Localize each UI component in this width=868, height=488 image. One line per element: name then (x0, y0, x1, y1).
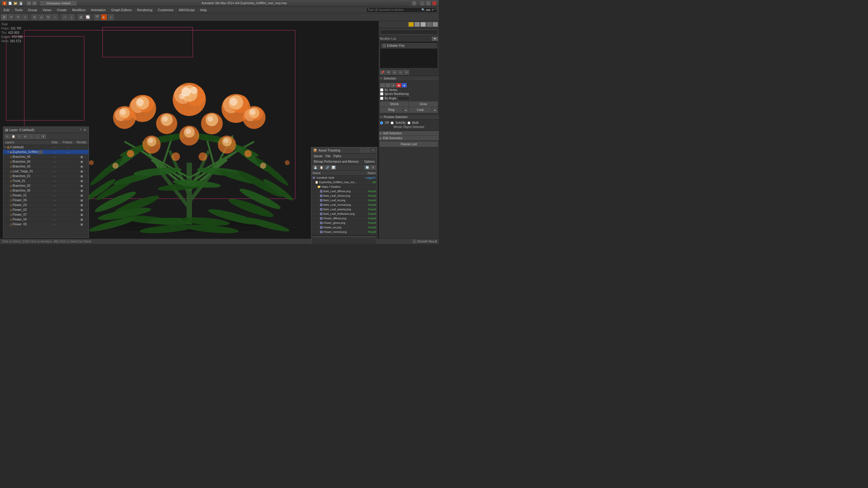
soft-selection-rollout[interactable]: ▶ Soft Selection (379, 131, 439, 135)
asset-settings-btn[interactable]: ⬆ (370, 165, 376, 170)
object-name-input[interactable]: Leaf_2 (380, 30, 438, 35)
color-swatch-4[interactable] (427, 22, 432, 27)
asset-maximize-btn[interactable]: □ (366, 148, 370, 153)
border-sel-icon[interactable]: ○ (391, 83, 396, 87)
configure-btn[interactable]: ⚙ (386, 70, 391, 75)
angle-snap-btn[interactable]: ∠ (38, 14, 44, 20)
make-unique-btn[interactable]: ◇ (398, 70, 403, 75)
percent-snap-btn[interactable]: % (45, 14, 51, 20)
layer-row[interactable]: ◻ Flower_03 --- ◼ (3, 203, 89, 207)
color-swatch-5[interactable] (433, 22, 438, 27)
asset-row[interactable]: 🖼Flower_glossi.png Found (311, 221, 377, 225)
menu-views[interactable]: Views (40, 7, 54, 12)
loop-arrow-btn[interactable]: ▲ (432, 107, 438, 113)
align-btn[interactable]: ⊥ (68, 14, 74, 20)
layer-mgr-btn[interactable]: ▤ (78, 14, 84, 20)
pin-stack-btn[interactable]: 📌 (380, 70, 385, 75)
scale-btn[interactable]: ⤢ (22, 14, 28, 20)
asset-bitmap-perf-menu[interactable]: Bitmap Performance and Memory (313, 160, 360, 164)
by-vertex-checkbox[interactable] (380, 88, 383, 92)
asset-file-menu[interactable]: File (324, 154, 332, 158)
layer-row[interactable]: ◻ Leaf_Twigs_01 --- ◼ (3, 169, 89, 174)
asset-highlight-btn[interactable]: 💾 (313, 165, 318, 170)
layer-row[interactable]: ▼ ◈ Euphorbia_Griffithii □ --- --- (3, 150, 89, 155)
color-swatch-2[interactable] (414, 22, 420, 27)
asset-row[interactable]: 🖼Bark_Leaf_normal.png Found (311, 203, 377, 207)
menu-create[interactable]: Create (54, 7, 69, 12)
asset-row[interactable]: 🖼Flower_opacity.png Found (311, 234, 377, 235)
selection-rollout-label[interactable]: Selection (384, 77, 396, 80)
edge-sel-icon[interactable]: / (385, 83, 390, 87)
asset-row[interactable]: 🖼Bark_Leaf_ior.png Found (311, 198, 377, 203)
menu-group[interactable]: Group (26, 7, 40, 12)
asset-refresh-btn[interactable]: 🔄 (364, 165, 370, 170)
render-frame-btn[interactable]: □ (108, 14, 114, 20)
maximize-btn[interactable]: □ (426, 1, 430, 5)
asset-row[interactable]: 🖼Flower_diffuse.png Found (311, 216, 377, 221)
asset-merge-btn[interactable]: 🔗 (324, 165, 330, 170)
asset-reload-btn[interactable]: 📋 (318, 165, 324, 170)
layer-move-up-btn[interactable]: ↑ (29, 134, 34, 139)
color-swatch-1[interactable] (408, 22, 414, 27)
layer-delete-btn[interactable]: 📋 (10, 134, 16, 139)
layer-row[interactable]: ◻ Branches_05 --- ◼ (3, 188, 89, 193)
undo-btn[interactable]: ↩ (27, 1, 31, 5)
asset-close-btn[interactable]: ✕ (371, 148, 375, 153)
asset-row[interactable]: 📋Euphorbia_Griffithii_max_vray.max Ok (311, 180, 377, 185)
layer-add-sel-btn[interactable]: + (17, 134, 22, 139)
menu-animation[interactable]: Animation (89, 7, 108, 12)
search-input[interactable] (367, 8, 421, 11)
search-prev-icon[interactable]: ◀ (426, 8, 428, 11)
minimize-btn[interactable]: - (420, 1, 424, 5)
menu-help[interactable]: Help (198, 7, 210, 12)
layer-sel-by-layer-btn[interactable]: ⊕ (23, 134, 28, 139)
snap-toggle[interactable]: ⧉ (31, 14, 37, 20)
modifier-checkbox[interactable] (383, 44, 386, 47)
asset-row[interactable]: 🖼Flower_ior.png Found (311, 225, 377, 230)
remove-modifier-btn[interactable]: ✕ (404, 70, 409, 75)
move-btn[interactable]: ✛ (8, 14, 14, 20)
layer-row[interactable]: ▼ ▤ 0 (default) --- --- (3, 145, 89, 150)
preview-multi-radio[interactable] (407, 121, 410, 124)
asset-row[interactable]: 📁Maps / Shaders (311, 185, 377, 189)
smooth-result-btn[interactable]: S (412, 239, 416, 244)
layer-row[interactable]: ◻ Flower_01 --- ◼ (3, 193, 89, 198)
search-icon[interactable]: 🔍 (421, 8, 425, 11)
color-swatch-3[interactable] (421, 22, 426, 27)
layer-row[interactable]: ◻ Branches_02 --- ◼ (3, 184, 89, 188)
menu-tools[interactable]: Tools (12, 7, 25, 12)
close-btn[interactable]: × (432, 1, 436, 5)
edit-geometry-rollout[interactable]: ▶ Edit Geometry (379, 136, 439, 140)
asset-options-menu[interactable]: Options (363, 160, 376, 164)
asset-row[interactable]: 🖼Flower_normal.png Found (311, 230, 377, 234)
layer-help-btn[interactable]: ? (80, 128, 82, 132)
preview-rollout-label[interactable]: Preview Selection (384, 116, 407, 119)
ring-btn[interactable]: Ring (380, 107, 403, 113)
layer-new-btn[interactable]: ✕ (4, 134, 10, 139)
asset-minimize-btn[interactable]: — (360, 148, 364, 153)
curve-editor-btn[interactable]: 📈 (85, 14, 91, 20)
asset-row[interactable]: 🖼Bark_Leaf_Reflection.png Found (311, 212, 377, 216)
menu-customize[interactable]: Customize (156, 7, 176, 12)
asset-row[interactable]: 🖼Bark_Leaf_opacity.png Found (311, 207, 377, 212)
layer-close-btn[interactable]: ✕ (83, 128, 87, 132)
grow-btn[interactable]: Grow (409, 101, 438, 107)
search-help-icon[interactable]: ? (435, 8, 437, 11)
search-next-icon[interactable]: ▶ (429, 8, 431, 11)
render-setup-btn[interactable]: 🎬 (94, 14, 100, 20)
menu-modifiers[interactable]: Modifiers (70, 7, 88, 12)
layer-row[interactable]: ◻ Trunk_01 --- ◼ (3, 178, 89, 184)
layer-row[interactable]: ◻ Flower_04 --- ◼ (3, 217, 89, 222)
asset-scrollbar[interactable] (311, 235, 377, 238)
menu-edit[interactable]: Edit (1, 7, 12, 12)
save-btn[interactable]: 💾 (19, 1, 23, 5)
by-angle-checkbox[interactable] (380, 97, 383, 100)
angle-value-input[interactable]: 45.0 (398, 96, 410, 101)
layer-row[interactable]: ◻ Flower_05 --- ◼ (3, 222, 89, 226)
layer-settings-btn[interactable]: ⬆ (41, 134, 46, 139)
preview-off-radio[interactable] (380, 121, 383, 124)
vert-sel-icon[interactable]: · (380, 83, 385, 87)
layer-row[interactable]: ◻ Flower_02 --- ◼ (3, 207, 89, 213)
modifier-dropdown-btn[interactable]: ▼ (432, 37, 438, 41)
shrink-btn[interactable]: Shrink (380, 101, 409, 107)
